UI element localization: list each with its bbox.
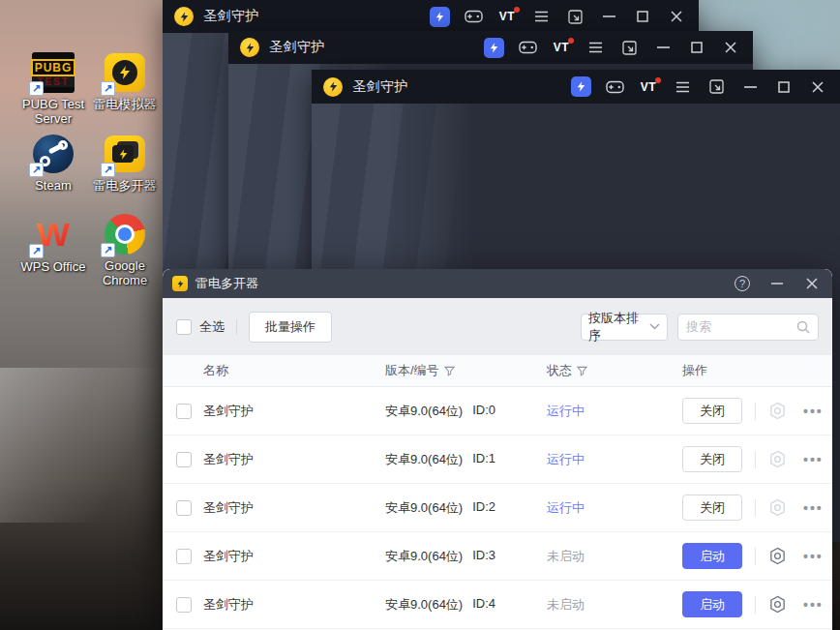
more-options-icon[interactable]: •••	[803, 552, 824, 561]
gamepad-icon[interactable]	[463, 6, 484, 27]
shortcut-arrow-icon: ↗	[29, 163, 44, 177]
menu-icon[interactable]	[672, 76, 693, 98]
close-button[interactable]	[666, 6, 687, 27]
steam-icon: ↗	[32, 134, 75, 174]
gamepad-icon[interactable]	[517, 37, 538, 58]
row-checkbox[interactable]	[176, 452, 192, 467]
maximize-button[interactable]	[773, 76, 795, 98]
instance-row: 圣剑守护 安卓9.0(64位)ID:2 运行中 关闭 •••	[163, 484, 832, 532]
stop-button[interactable]: 关闭	[682, 495, 742, 521]
stop-button[interactable]: 关闭	[682, 398, 742, 424]
settings-gear-icon[interactable]	[768, 402, 787, 420]
minimize-button[interactable]	[652, 37, 674, 58]
start-button[interactable]: 启动	[682, 543, 742, 569]
ldplayer-logo-icon	[174, 7, 194, 26]
start-button[interactable]: 启动	[682, 591, 742, 617]
row-checkbox[interactable]	[176, 549, 192, 564]
popout-icon[interactable]	[618, 37, 640, 58]
search-icon	[796, 320, 810, 334]
vt-button[interactable]: VT	[496, 6, 518, 27]
search-box[interactable]	[677, 314, 819, 341]
settings-gear-icon[interactable]	[768, 547, 787, 565]
more-options-icon[interactable]: •••	[803, 600, 824, 610]
minimize-button[interactable]	[739, 76, 761, 98]
shortcut-arrow-icon: ↗	[101, 163, 115, 177]
close-button[interactable]	[807, 76, 828, 98]
desktop-icon-google-chrome[interactable]: ↗ Google Chrome	[83, 214, 166, 287]
instance-name: 圣剑守护	[203, 596, 385, 614]
emulator-1-titlebar[interactable]: 圣剑守护 VT	[163, 0, 699, 33]
ldplayer-logo-icon	[323, 77, 343, 97]
settings-gear-icon[interactable]	[768, 450, 787, 468]
column-header-name[interactable]: 名称	[203, 362, 385, 379]
row-checkbox[interactable]	[176, 404, 192, 419]
filter-icon[interactable]	[444, 366, 455, 376]
boost-button[interactable]	[429, 6, 450, 27]
popout-icon[interactable]	[705, 76, 727, 98]
boost-button[interactable]	[483, 37, 504, 58]
more-options-icon[interactable]: •••	[803, 455, 824, 465]
desktop-screen: PUBG TEST ↗ PUBG Test Server ↗ 雷电模拟器 ↗ S…	[0, 0, 840, 630]
shortcut-arrow-icon: ↗	[101, 81, 115, 96]
stop-button[interactable]: 关闭	[682, 446, 742, 472]
more-options-icon[interactable]: •••	[803, 503, 824, 513]
boost-button[interactable]	[570, 76, 591, 98]
column-header-version[interactable]: 版本/编号	[385, 362, 547, 379]
lightning-icon	[484, 38, 504, 58]
desktop-icon-ldplayer[interactable]: ↗ 雷电模拟器	[83, 52, 166, 111]
maximize-button[interactable]	[632, 6, 653, 27]
popout-icon[interactable]	[564, 6, 585, 27]
instance-id: ID:2	[472, 499, 495, 517]
instance-row: 圣剑守护 安卓9.0(64位)ID:4 未启动 启动 •••	[163, 581, 832, 629]
multi-opener-logo-icon	[172, 276, 188, 291]
menu-icon[interactable]	[585, 37, 606, 58]
desktop-icon-ld-multi-opener[interactable]: ↗ 雷电多开器	[83, 134, 166, 193]
vt-button[interactable]: VT	[551, 37, 572, 58]
help-icon: ?	[735, 276, 750, 291]
minimize-button[interactable]	[766, 273, 788, 294]
column-header-actions: 操作	[682, 362, 832, 379]
divider	[755, 499, 756, 517]
batch-operations-button[interactable]: 批量操作	[249, 312, 332, 343]
emulator-2-titlebar[interactable]: 圣剑守护 VT	[228, 31, 753, 64]
notification-dot	[568, 38, 574, 44]
search-input[interactable]	[686, 319, 796, 334]
status-badge: 运行中	[547, 403, 682, 420]
divider	[236, 319, 237, 335]
instance-row: 圣剑守护 安卓9.0(64位)ID:3 未启动 启动 •••	[163, 532, 832, 581]
chevron-down-icon	[649, 323, 660, 330]
help-button[interactable]: ?	[732, 273, 753, 294]
settings-gear-icon[interactable]	[768, 595, 787, 614]
emulator-3-titlebar[interactable]: 圣剑守护 VT	[312, 70, 840, 104]
instance-version: 安卓9.0(64位)	[385, 451, 463, 468]
vt-label: VT	[641, 80, 656, 94]
chrome-icon: ↗	[104, 214, 146, 255]
notification-dot	[514, 7, 520, 13]
multi-opener-icon: ↗	[104, 134, 146, 174]
window-title: 圣剑守护	[269, 39, 325, 56]
row-checkbox[interactable]	[176, 500, 192, 516]
column-header-status[interactable]: 状态	[547, 362, 682, 379]
menu-icon[interactable]	[530, 6, 552, 27]
gamepad-icon[interactable]	[604, 76, 625, 98]
row-checkbox[interactable]	[176, 597, 192, 613]
instance-version: 安卓9.0(64位)	[385, 548, 463, 565]
vt-button[interactable]: VT	[638, 76, 659, 98]
close-button[interactable]	[801, 273, 823, 294]
filter-icon[interactable]	[577, 366, 587, 376]
multi-opener-window: 雷电多开器 ? 全选 批量操作 按版本排序	[163, 269, 832, 630]
settings-gear-icon[interactable]	[768, 498, 787, 517]
select-all-checkbox[interactable]	[176, 319, 192, 335]
more-options-icon[interactable]: •••	[803, 406, 824, 416]
desktop-icon-label: WPS Office	[21, 259, 86, 274]
sort-dropdown[interactable]: 按版本排序	[581, 314, 668, 341]
close-button[interactable]	[720, 37, 741, 58]
vt-label: VT	[499, 10, 515, 23]
maximize-button[interactable]	[686, 37, 707, 58]
instance-row: 圣剑守护 安卓9.0(64位)ID:1 运行中 关闭 •••	[163, 435, 832, 484]
instance-id: ID:3	[472, 548, 495, 565]
instance-id: ID:0	[472, 403, 495, 420]
manager-titlebar[interactable]: 雷电多开器 ?	[163, 269, 832, 298]
minimize-button[interactable]	[598, 6, 619, 27]
instance-version: 安卓9.0(64位)	[385, 499, 463, 517]
